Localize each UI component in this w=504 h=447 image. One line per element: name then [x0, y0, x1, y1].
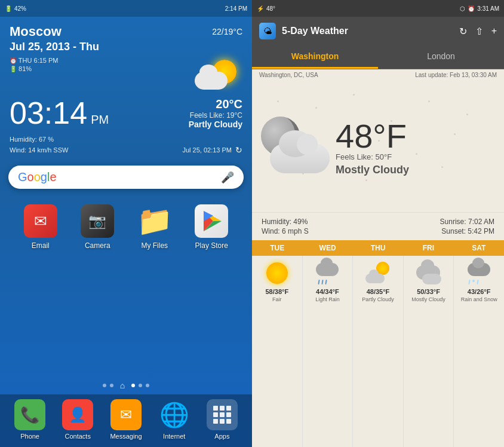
- forecast-temp-tue: 58/38°F: [265, 288, 288, 295]
- weather-bottom: Humidity: 67 %: [10, 136, 242, 143]
- extra-info: Humidity: 49% Wind: 6 mph S Sunrise: 7:0…: [252, 212, 504, 240]
- temp-range: 22/19°C: [212, 27, 242, 36]
- share-button[interactable]: ⇧: [475, 26, 483, 37]
- city-name: Moscow: [10, 24, 62, 39]
- forecast-cond-sat: Rain and Snow: [461, 296, 497, 302]
- files-label: My Files: [141, 241, 168, 250]
- dock-contacts[interactable]: 👤 Contacts: [62, 399, 93, 440]
- camera-icon: 📷: [81, 204, 114, 238]
- status-icons-right: 2:14 PM: [225, 5, 247, 12]
- contacts-icon: 👤: [62, 399, 93, 430]
- page-dots: ⌂: [0, 376, 252, 394]
- forecast-header-tue: TUE: [252, 240, 302, 256]
- dot-2: [110, 384, 113, 387]
- forecast-temp-sat: 43/26°F: [468, 288, 491, 295]
- svg-rect-7: [226, 406, 231, 411]
- forecast-cond-fri: Mostly Cloudy: [411, 296, 445, 302]
- refresh-icon[interactable]: ↻: [235, 145, 242, 155]
- svg-rect-12: [220, 419, 225, 424]
- bottom-dock: 📞 Phone 👤 Contacts ✉ Messaging 🌐 Interne…: [0, 394, 252, 447]
- phone-label: Phone: [20, 433, 39, 440]
- bluetooth-icon: ⬡: [460, 5, 465, 12]
- big-cloud: [270, 143, 330, 173]
- sunrise: Sunrise: 7:02 AM: [378, 218, 494, 226]
- current-temp-info: 48°F Feels Like: 50°F Mostly Cloudy: [330, 117, 498, 176]
- forecast-temp-wed: 44/34°F: [316, 288, 339, 295]
- app-item-playstore[interactable]: Play Store: [195, 204, 228, 372]
- forecast-header-fri: FRI: [403, 240, 453, 256]
- refresh-button[interactable]: ↻: [459, 26, 467, 37]
- status-left-right: ⚡ 48°: [257, 5, 275, 12]
- left-panel: 🔋 42% 2:14 PM Moscow 22/19°C Jul 25, 201…: [0, 0, 252, 447]
- right-panel: ⚡ 48° ⬡ ⏰ 3:31 AM 🌤 5-Day Weather ↻ ⇧ + …: [252, 0, 504, 447]
- apps-icon: [207, 399, 238, 430]
- email-label: Email: [32, 241, 50, 250]
- extra-left: Humidity: 49% Wind: 6 mph S: [262, 218, 378, 235]
- playstore-label: Play Store: [195, 241, 228, 250]
- forecast-icon-fri: [416, 261, 441, 286]
- forecast-icon-thu: [365, 261, 391, 286]
- app-title: 5-Day Weather: [282, 26, 453, 36]
- add-button[interactable]: +: [491, 26, 497, 36]
- battery-info: 🔋 81%: [10, 65, 59, 72]
- google-search-bar[interactable]: Google 🎤: [8, 166, 244, 189]
- svg-rect-13: [226, 419, 231, 424]
- dock-internet[interactable]: 🌐 Internet: [159, 399, 190, 440]
- weather-widget: Moscow 22/19°C Jul 25, 2013 - Thu ⏰ THU …: [0, 17, 252, 160]
- usb-icon: ⚡: [257, 5, 264, 12]
- internet-icon: 🌐: [159, 399, 190, 430]
- home-dot[interactable]: ⌂: [117, 380, 128, 391]
- contacts-label: Contacts: [65, 433, 91, 440]
- toolbar-actions: ↻ ⇧ +: [459, 26, 497, 37]
- forecast-tue: 58/38°F Fair: [252, 256, 303, 447]
- tab-washington[interactable]: Washington: [252, 45, 378, 69]
- main-temp: 20°C: [189, 97, 242, 111]
- forecast-header-wed: WED: [302, 240, 352, 256]
- svg-rect-8: [213, 412, 218, 417]
- svg-rect-5: [213, 406, 218, 411]
- dock-phone[interactable]: 📞 Phone: [14, 399, 45, 440]
- alarm-icon-right: ⏰: [468, 5, 475, 12]
- app-toolbar: 🌤 5-Day Weather ↻ ⇧ +: [252, 17, 504, 45]
- svg-rect-11: [213, 419, 218, 424]
- phone-icon: 📞: [14, 399, 45, 430]
- dock-messaging[interactable]: ✉ Messaging: [110, 399, 142, 440]
- forecast-cond-wed: Light Rain: [315, 296, 340, 302]
- dock-apps[interactable]: Apps: [207, 399, 238, 440]
- email-icon: ✉: [24, 204, 57, 238]
- location-info: Washington, DC, USA Last update: Feb 13,…: [252, 69, 504, 81]
- forecast-fri: 50/33°F Mostly Cloudy: [404, 256, 454, 447]
- tab-london[interactable]: London: [378, 45, 504, 69]
- forecast-header-thu: THU: [353, 240, 403, 256]
- humidity: Humidity: 67 %: [10, 136, 54, 143]
- app-item-files[interactable]: 📁 My Files: [138, 204, 171, 372]
- moon-cloud-icon: [258, 114, 330, 179]
- forecast-wed: 44/34°F Light Rain: [303, 256, 354, 447]
- sunset: Sunset: 5:42 PM: [378, 227, 494, 235]
- big-time: 03:14 PM: [10, 95, 109, 131]
- weather-wind-row: Wind: 14 km/h SSW Jul 25, 02:13 PM ↻: [10, 145, 242, 155]
- internet-label: Internet: [163, 433, 185, 440]
- status-bar-right: ⚡ 48° ⬡ ⏰ 3:31 AM: [252, 0, 504, 17]
- big-temp: 48°F: [336, 117, 498, 155]
- battery-icon: 🔋: [5, 5, 12, 12]
- app-item-camera[interactable]: 📷 Camera: [81, 204, 114, 372]
- files-icon: 📁: [138, 204, 171, 238]
- time-display-left: 2:14 PM: [225, 5, 247, 12]
- forecast-thu: 48/35°F Partly Cloudy: [353, 256, 404, 447]
- forecast-icon-wed: [315, 261, 340, 286]
- forecast-temp-thu: 48/35°F: [367, 288, 390, 295]
- app-item-email[interactable]: ✉ Email: [24, 204, 57, 372]
- battery-right: 48°: [266, 5, 275, 12]
- status-icons-left: 🔋 42%: [5, 5, 26, 12]
- city-tabs: Washington London: [252, 45, 504, 69]
- status-bar-left: 🔋 42% 2:14 PM: [0, 0, 252, 17]
- google-logo: Google: [18, 170, 221, 184]
- forecast-header: TUE WED THU FRI SAT: [252, 240, 504, 256]
- forecast-sat: 43/26°F Rain and Snow: [454, 256, 504, 447]
- mic-icon[interactable]: 🎤: [221, 171, 234, 184]
- dot-5: [146, 384, 149, 387]
- forecast-body: 58/38°F Fair 44/34°F Light Rain 48/35°F: [252, 256, 504, 447]
- alarm-time: ⏰ THU 6:15 PM: [10, 57, 59, 64]
- feels-like-right: Feels Like: 50°F: [336, 152, 498, 161]
